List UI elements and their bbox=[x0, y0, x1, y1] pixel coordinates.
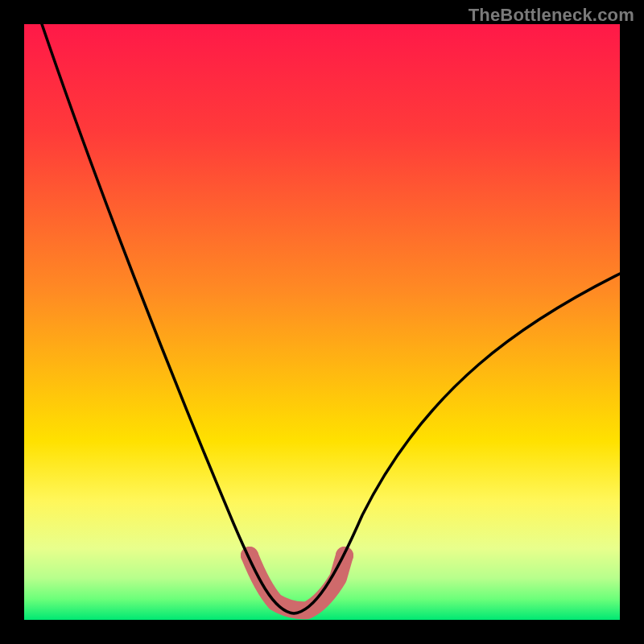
watermark: TheBottleneck.com bbox=[469, 5, 634, 26]
chart-frame: TheBottleneck.com bbox=[0, 0, 644, 644]
plot-svg bbox=[24, 24, 620, 620]
gradient-bg bbox=[24, 24, 620, 620]
plot-area bbox=[24, 24, 620, 620]
